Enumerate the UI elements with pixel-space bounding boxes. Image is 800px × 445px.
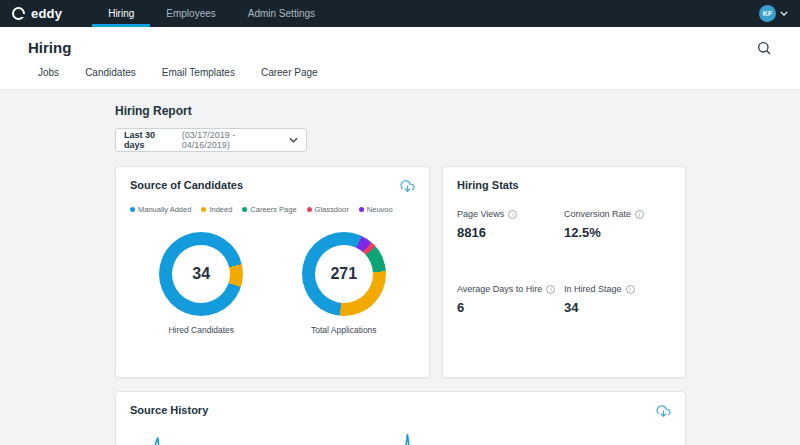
top-navbar: eddy Hiring Employees Admin Settings KF: [0, 0, 800, 27]
nav-item-label: Hiring: [108, 8, 134, 19]
chart-legend: Manually Added Indeed Careers Page Glass…: [130, 205, 415, 214]
source-of-candidates-card: Source of Candidates Manually Added Inde…: [115, 166, 430, 378]
stat-value: 6: [457, 300, 564, 315]
stat-value: 8816: [457, 225, 564, 240]
legend-item: Manually Added: [130, 205, 191, 214]
legend-item: Indeed: [201, 205, 232, 214]
total-applications-donut: 271 Total Applications: [279, 232, 409, 335]
avatar[interactable]: KF: [759, 5, 776, 22]
hired-candidates-donut: 34 Hired Candidates: [136, 232, 266, 335]
export-download-icon[interactable]: [656, 404, 671, 418]
stat-value: 34: [564, 300, 671, 315]
nav-item-label: Admin Settings: [248, 8, 315, 19]
tab-jobs[interactable]: Jobs: [38, 67, 59, 78]
nav-item-employees[interactable]: Employees: [150, 0, 231, 27]
legend-label: Neuvoo: [367, 205, 393, 214]
nav-item-hiring[interactable]: Hiring: [92, 0, 150, 27]
tab-career-page[interactable]: Career Page: [261, 67, 318, 78]
stat-value: 12.5%: [564, 225, 671, 240]
card-title: Hiring Stats: [457, 179, 519, 191]
brand-name: eddy: [31, 6, 62, 21]
donut-value: 34: [172, 245, 230, 303]
card-title: Source of Candidates: [130, 179, 243, 191]
eddy-logo-icon: [12, 7, 25, 20]
legend-dot: [359, 207, 364, 212]
stat-page-views: Page Views 8816: [457, 209, 564, 240]
stat-average-days-to-hire: Average Days to Hire 6: [457, 284, 564, 315]
date-range-select[interactable]: Last 30 days (03/17/2019 - 04/16/2019): [115, 128, 307, 152]
tab-email-templates[interactable]: Email Templates: [162, 67, 235, 78]
main-content: Hiring Report Last 30 days (03/17/2019 -…: [0, 90, 800, 445]
date-range-detail: (03/17/2019 - 04/16/2019): [182, 130, 285, 150]
donut-chart: 34: [159, 232, 243, 316]
donut-label: Total Applications: [311, 325, 377, 335]
hiring-tabs: Jobs Candidates Email Templates Career P…: [38, 67, 772, 89]
legend-dot: [130, 207, 135, 212]
card-title: Source History: [130, 404, 208, 416]
info-icon[interactable]: [508, 210, 517, 219]
legend-item: Careers Page: [242, 205, 296, 214]
legend-dot: [201, 207, 206, 212]
source-history-chart: [130, 426, 671, 445]
stat-label: Average Days to Hire: [457, 284, 564, 294]
page-header: Hiring Jobs Candidates Email Templates C…: [0, 27, 800, 90]
nav-item-label: Employees: [166, 8, 215, 19]
donut-chart: 271: [302, 232, 386, 316]
stat-label: Page Views: [457, 209, 564, 219]
legend-label: Indeed: [209, 205, 232, 214]
stat-in-hired-stage: In Hired Stage 34: [564, 284, 671, 315]
stat-conversion-rate: Conversion Rate 12.5%: [564, 209, 671, 240]
info-icon[interactable]: [626, 285, 635, 294]
info-icon[interactable]: [546, 285, 555, 294]
donut-label: Hired Candidates: [168, 325, 234, 335]
stat-label: Conversion Rate: [564, 209, 671, 219]
chevron-down-icon: [289, 137, 298, 143]
legend-label: Careers Page: [250, 205, 296, 214]
legend-item: Glassdoor: [307, 205, 349, 214]
date-range-label: Last 30 days: [124, 130, 178, 150]
search-icon[interactable]: [756, 40, 772, 56]
tab-candidates[interactable]: Candidates: [85, 67, 136, 78]
nav-item-admin-settings[interactable]: Admin Settings: [232, 0, 331, 27]
user-menu[interactable]: KF: [759, 0, 788, 27]
stat-label: In Hired Stage: [564, 284, 671, 294]
legend-dot: [307, 207, 312, 212]
export-download-icon[interactable]: [400, 179, 415, 193]
brand[interactable]: eddy: [12, 0, 62, 27]
donut-value: 271: [315, 245, 373, 303]
info-icon[interactable]: [635, 210, 644, 219]
chevron-down-icon: [780, 11, 788, 16]
hiring-stats-card: Hiring Stats Page Views 8816 Conversion …: [442, 166, 686, 378]
source-history-polyline: [130, 434, 671, 445]
legend-dot: [242, 207, 247, 212]
report-title: Hiring Report: [115, 104, 686, 118]
page-title: Hiring: [28, 39, 71, 56]
source-history-card: Source History: [115, 391, 686, 445]
legend-item: Neuvoo: [359, 205, 393, 214]
legend-label: Manually Added: [138, 205, 191, 214]
legend-label: Glassdoor: [315, 205, 349, 214]
